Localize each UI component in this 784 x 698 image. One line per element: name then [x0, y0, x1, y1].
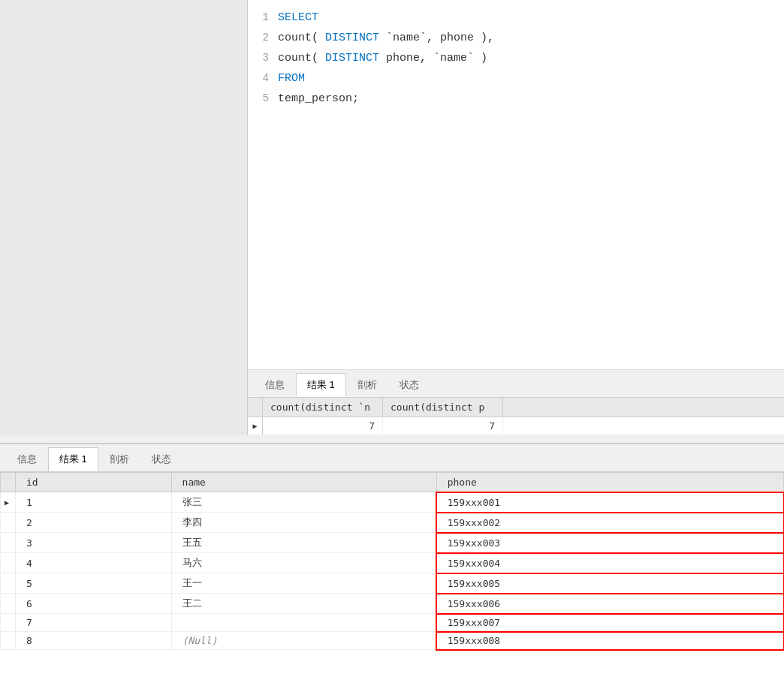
cell-name-3: 王五 [171, 533, 436, 553]
code-line-1: 1 SELECT [248, 8, 784, 28]
bottom-tab-status[interactable]: 状态 [140, 447, 182, 471]
cell-phone-6: 159xxx006 [436, 594, 783, 614]
bottom-section: 信息 结果 1 剖析 状态 id name phone ▶ 1 张三 159xx… [0, 443, 784, 698]
cell-id-2: 2 [16, 513, 172, 533]
cell-name-7 [171, 614, 436, 632]
cell-id-5: 5 [16, 573, 172, 594]
cell-id-1: 1 [16, 492, 172, 513]
top-row-arrow: ▶ [248, 417, 263, 435]
code-line-5: 5 temp_person; [248, 89, 784, 109]
top-grid-header-arrow [248, 398, 263, 417]
top-section: 1 SELECT 2 count( DISTINCT `name`, phone… [0, 0, 784, 435]
code-text-5: temp_person; [278, 89, 784, 109]
col-header-id: id [16, 473, 172, 492]
cell-id-3: 3 [16, 533, 172, 553]
cell-id-6: 6 [16, 594, 172, 614]
cell-name-1: 张三 [171, 492, 436, 513]
top-result-grid: count(distinct `n count(distinct p ▶ 7 7 [248, 398, 784, 435]
table-row: 2 李四 159xxx002 [1, 513, 784, 533]
cell-phone-7: 159xxx007 [436, 614, 783, 632]
cell-phone-3: 159xxx003 [436, 533, 783, 553]
top-cell-1-2: 7 [383, 417, 503, 435]
col-header-phone: phone [436, 473, 783, 492]
table-row: ▶ 1 张三 159xxx001 [1, 492, 784, 513]
code-line-2: 2 count( DISTINCT `name`, phone ), [248, 28, 784, 48]
cell-name-6: 王二 [171, 594, 436, 614]
row-arrow-5 [1, 573, 16, 594]
code-line-4: 4 FROM [248, 68, 784, 89]
line-number-2: 2 [248, 29, 278, 47]
bottom-tab-result1[interactable]: 结果 1 [48, 447, 98, 471]
table-row: 5 王一 159xxx005 [1, 573, 784, 594]
row-arrow-2 [1, 513, 16, 533]
cell-name-8: (Null) [171, 632, 436, 650]
top-cell-1-1: 7 [263, 417, 383, 435]
bottom-tab-info[interactable]: 信息 [6, 447, 48, 471]
cell-phone-4: 159xxx004 [436, 553, 783, 573]
cell-name-5: 王一 [171, 573, 436, 594]
top-grid-row-1: ▶ 7 7 [248, 417, 784, 435]
line-number-5: 5 [248, 89, 278, 108]
top-tab-status[interactable]: 状态 [388, 373, 430, 397]
row-arrow-7 [1, 614, 16, 632]
cell-phone-8: 159xxx008 [436, 632, 783, 650]
table-row: 3 王五 159xxx003 [1, 533, 784, 553]
editor-container: 1 SELECT 2 count( DISTINCT `name`, phone… [248, 0, 784, 435]
cell-phone-1: 159xxx001 [436, 492, 783, 513]
top-grid-header: count(distinct `n count(distinct p [248, 398, 784, 417]
cell-phone-2: 159xxx002 [436, 513, 783, 533]
cell-phone-5: 159xxx005 [436, 573, 783, 594]
cell-name-2: 李四 [171, 513, 436, 533]
row-arrow-8 [1, 632, 16, 650]
top-tabs-bar: 信息 结果 1 剖析 状态 [248, 370, 784, 398]
code-text-2: count( DISTINCT `name`, phone ), [278, 28, 784, 48]
top-tab-info[interactable]: 信息 [254, 373, 296, 397]
bottom-tab-profile[interactable]: 剖析 [98, 447, 140, 471]
cell-name-4: 马六 [171, 553, 436, 573]
table-row: 6 王二 159xxx006 [1, 594, 784, 614]
top-col-header-1: count(distinct `n [263, 398, 383, 417]
top-result-tabs-section: 信息 结果 1 剖析 状态 count(distinct `n count(di… [248, 369, 784, 435]
table-header-row: id name phone [1, 473, 784, 492]
line-number-4: 4 [248, 69, 278, 88]
line-number-1: 1 [248, 8, 278, 27]
row-arrow-4 [1, 553, 16, 573]
bottom-tabs-bar: 信息 结果 1 剖析 状态 [0, 444, 784, 472]
cell-id-4: 4 [16, 553, 172, 573]
top-tab-result1[interactable]: 结果 1 [296, 373, 346, 397]
left-panel [0, 0, 248, 435]
data-table: id name phone ▶ 1 张三 159xxx001 2 李四 159x… [0, 472, 784, 650]
col-header-name: name [171, 473, 436, 492]
top-col-header-2: count(distinct p [383, 398, 503, 417]
cell-id-8: 8 [16, 632, 172, 650]
cell-id-7: 7 [16, 614, 172, 632]
col-header-arrow [1, 473, 16, 492]
table-row: 4 马六 159xxx004 [1, 553, 784, 573]
bottom-table-container: id name phone ▶ 1 张三 159xxx001 2 李四 159x… [0, 472, 784, 650]
table-row: 8 (Null) 159xxx008 [1, 632, 784, 650]
code-text-4: FROM [278, 68, 784, 89]
line-number-3: 3 [248, 49, 278, 68]
row-arrow-1: ▶ [1, 492, 16, 513]
table-row: 7 159xxx007 [1, 614, 784, 632]
top-tab-profile[interactable]: 剖析 [346, 373, 388, 397]
row-arrow-3 [1, 533, 16, 553]
code-line-3: 3 count( DISTINCT phone, `name` ) [248, 48, 784, 68]
code-text-1: SELECT [278, 8, 784, 28]
row-arrow-6 [1, 594, 16, 614]
code-editor[interactable]: 1 SELECT 2 count( DISTINCT `name`, phone… [248, 0, 784, 369]
code-text-3: count( DISTINCT phone, `name` ) [278, 48, 784, 68]
